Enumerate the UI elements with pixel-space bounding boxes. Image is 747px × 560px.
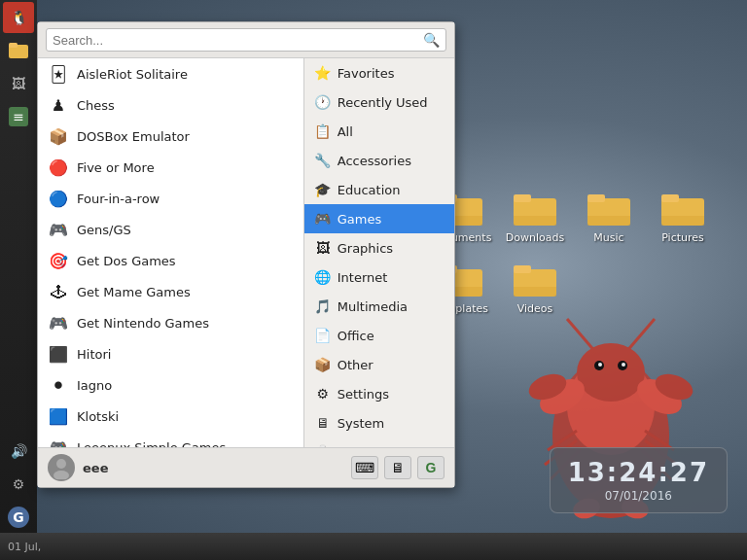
category-label: Favorites xyxy=(338,66,395,81)
taskbar-icon-g[interactable]: G xyxy=(3,502,34,533)
app-item[interactable]: 🔴 Five or More xyxy=(38,152,303,183)
app-item[interactable]: 🎯 Get Dos Games xyxy=(38,245,303,276)
app-item[interactable]: 🎮 Leeenux Simple Games xyxy=(38,432,303,447)
category-label: Settings xyxy=(338,387,389,402)
taskbar-icon-filemanager[interactable] xyxy=(3,35,34,66)
taskbar-icon-volume[interactable]: 🔊 xyxy=(3,436,34,467)
category-item[interactable]: 🕐 Recently Used xyxy=(304,88,454,117)
svg-rect-41 xyxy=(661,216,704,226)
svg-line-16 xyxy=(625,319,655,353)
desktop-icon-videos[interactable]: Videos xyxy=(500,256,570,319)
category-item[interactable]: 🌐 Internet xyxy=(304,262,454,292)
app-item-label: Get Nintendo Games xyxy=(77,316,209,331)
svg-text:≡: ≡ xyxy=(13,109,24,124)
app-item-label: Iagno xyxy=(77,378,112,393)
taskbar-icon-3[interactable]: ≡ xyxy=(3,101,34,132)
taskbar-left: 🐧 🖼 ≡ 🔊 ⚙ G xyxy=(0,0,37,533)
icon-label-pictures: Pictures xyxy=(661,231,704,244)
category-label: Office xyxy=(338,329,374,343)
svg-rect-3 xyxy=(9,43,18,48)
category-item[interactable]: 📦 Other xyxy=(304,350,454,379)
desktop-icons: Documents Downloads Music Pictures Templ… xyxy=(426,185,718,319)
menu-app-list: 🃏 AisleRiot Solitaire ♟ Chess 📦 DOSBox E… xyxy=(38,58,304,447)
search-input-wrap[interactable]: 🔍 xyxy=(46,28,446,52)
icon-label-downloads: Downloads xyxy=(506,231,564,244)
footer-btn-g[interactable]: G xyxy=(417,456,445,479)
category-item[interactable]: 🎵 Multimedia xyxy=(304,292,454,321)
footer-user: eee xyxy=(48,454,108,481)
svg-point-26 xyxy=(622,363,625,367)
app-item[interactable]: ⬛ Hitori xyxy=(38,338,303,369)
taskbar-icon-2[interactable]: 🖼 xyxy=(3,68,34,99)
svg-point-49 xyxy=(53,471,69,479)
app-item-label: Get Dos Games xyxy=(77,254,176,268)
svg-rect-35 xyxy=(514,216,556,226)
app-item[interactable]: ⚫ Iagno xyxy=(38,369,303,401)
category-item[interactable]: 🍷 Wine xyxy=(304,438,454,447)
desktop-icon-music[interactable]: Music xyxy=(574,185,644,248)
category-label: Graphics xyxy=(338,241,393,256)
category-item[interactable]: ⚙ Settings xyxy=(304,379,454,408)
category-icon: ⭐ xyxy=(314,64,332,82)
app-icon: 📦 xyxy=(48,125,69,147)
app-icon: 🟦 xyxy=(48,405,69,427)
app-item[interactable]: 📦 DOSBox Emulator xyxy=(38,121,303,152)
category-item[interactable]: 📄 Office xyxy=(304,321,454,350)
category-item[interactable]: 🖥 System xyxy=(304,408,454,438)
clock-date: 07/01/2016 xyxy=(568,489,709,503)
category-label: Accessories xyxy=(338,154,411,168)
category-item[interactable]: ⭐ Favorites xyxy=(304,58,454,88)
app-item[interactable]: 🃏 AisleRiot Solitaire xyxy=(38,58,303,89)
app-item[interactable]: 🕹 Get Mame Games xyxy=(38,276,303,307)
desktop-icon-downloads[interactable]: Downloads xyxy=(500,185,570,248)
desktop: 🐧 🖼 ≡ 🔊 ⚙ G xyxy=(0,0,747,560)
menu-search-bar: 🔍 xyxy=(38,22,454,58)
category-icon: 📋 xyxy=(314,122,332,140)
category-label: Multimedia xyxy=(338,299,408,314)
category-label: Recently Used xyxy=(338,95,428,110)
app-icon: ⬛ xyxy=(48,343,69,365)
app-icon: 🕹 xyxy=(48,281,69,302)
app-item-label: DOSBox Emulator xyxy=(77,129,190,144)
category-item[interactable]: 🎮 Games xyxy=(304,204,454,233)
category-icon: 📦 xyxy=(314,356,332,373)
menu-footer: eee ⌨ 🖥 G xyxy=(38,447,454,487)
app-item-label: Get Mame Games xyxy=(77,285,191,299)
app-item[interactable]: 🎮 Gens/GS xyxy=(38,214,303,245)
app-item-label: Chess xyxy=(77,98,115,113)
icon-label-music: Music xyxy=(593,231,623,244)
category-icon: 🎮 xyxy=(314,210,332,228)
app-icon: 🎮 xyxy=(48,219,69,240)
category-icon: 🖥 xyxy=(314,414,332,432)
app-item-label: AisleRiot Solitaire xyxy=(77,67,188,82)
category-item[interactable]: 🖼 Graphics xyxy=(304,233,454,262)
app-item[interactable]: ♟ Chess xyxy=(38,89,303,121)
app-item-label: Gens/GS xyxy=(77,223,131,237)
category-icon: 🌐 xyxy=(314,268,332,286)
category-item[interactable]: 🎓 Education xyxy=(304,175,454,204)
app-item-label: Leeenux Simple Games xyxy=(77,440,226,448)
category-icon: 🖼 xyxy=(314,239,332,257)
app-item[interactable]: 🔵 Four-in-a-row xyxy=(38,183,303,214)
taskbar-menu-button[interactable]: 🐧 xyxy=(3,2,34,33)
app-item[interactable]: 🎮 Get Nintendo Games xyxy=(38,307,303,338)
app-item[interactable]: 🟦 Klotski xyxy=(38,401,303,432)
svg-line-15 xyxy=(567,319,596,353)
search-icon: 🔍 xyxy=(423,32,440,48)
search-input[interactable] xyxy=(53,33,423,48)
svg-text:G: G xyxy=(13,509,24,525)
footer-btn-keyboard[interactable]: ⌨ xyxy=(351,456,378,479)
svg-rect-34 xyxy=(514,194,531,202)
category-item[interactable]: 📋 All xyxy=(304,117,454,146)
footer-btn-screen[interactable]: 🖥 xyxy=(384,456,411,479)
app-item-label: Four-in-a-row xyxy=(77,192,160,206)
app-icon: 🎯 xyxy=(48,250,69,271)
app-item-label: Klotski xyxy=(77,409,119,424)
category-label: All xyxy=(338,124,353,139)
menu-body: 🃏 AisleRiot Solitaire ♟ Chess 📦 DOSBox E… xyxy=(38,58,454,447)
category-item[interactable]: 🔧 Accessories xyxy=(304,146,454,175)
taskbar-icon-settings[interactable]: ⚙ xyxy=(3,469,34,500)
desktop-icon-pictures[interactable]: Pictures xyxy=(648,185,718,248)
app-icon: 🃏 xyxy=(48,63,69,85)
app-icon: 🔵 xyxy=(48,188,69,209)
